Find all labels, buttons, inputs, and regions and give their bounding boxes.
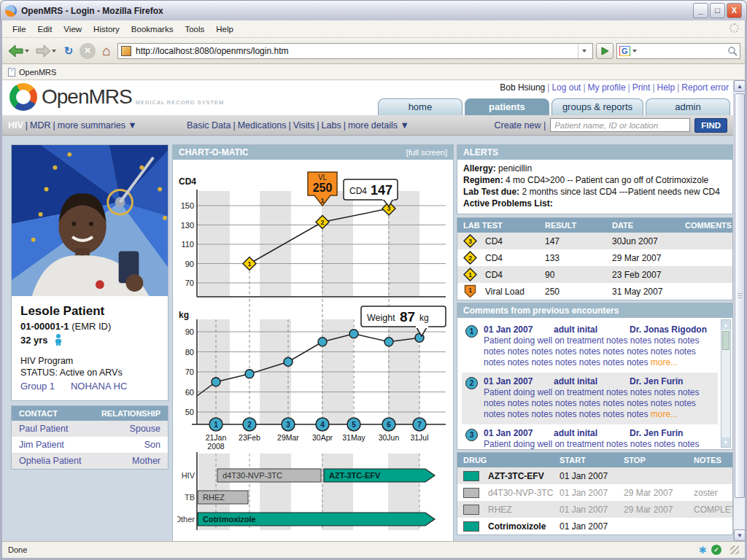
- menu-bookmarks[interactable]: Bookmarks: [125, 23, 179, 36]
- contact-name[interactable]: Paul Patient: [19, 424, 130, 434]
- subnav-mdr[interactable]: MDR: [30, 120, 50, 131]
- svg-text:60: 60: [185, 388, 194, 397]
- subnav-medications[interactable]: Medications: [238, 120, 287, 131]
- reload-button[interactable]: ↻: [61, 43, 77, 59]
- subnav-visits[interactable]: Visits: [293, 120, 315, 131]
- site-link[interactable]: NOHANA HC: [71, 381, 127, 392]
- svg-text:3: 3: [468, 238, 472, 245]
- subnav-labs[interactable]: Labs: [322, 120, 341, 131]
- forward-arrow-icon: [35, 44, 51, 58]
- drug-name: Cotrimoxizole: [488, 521, 560, 532]
- url-dropdown-button[interactable]: [578, 44, 589, 58]
- lab-rows: 3CD414730Jun 20072CD413329 Mar 20071CD49…: [457, 233, 732, 300]
- menu-history[interactable]: History: [88, 23, 125, 36]
- lab-header-result: RESULT: [545, 221, 612, 230]
- contacts-table: CONTACT RELATIONSHIP Paul PatientSpouseJ…: [11, 405, 169, 470]
- minimize-button[interactable]: _: [693, 3, 708, 18]
- go-arrow-icon: [600, 47, 609, 55]
- svg-text:3: 3: [286, 421, 290, 429]
- right-column: ALERTS Allergy: penicillinRegimen: 4 mo …: [457, 144, 733, 535]
- logo-subtext: MEDICAL RECORD SYSTEM: [136, 99, 225, 106]
- scrollbar-down-icon[interactable]: ▼: [734, 529, 746, 541]
- contact-relationship: Son: [144, 440, 160, 450]
- patient-program: HIV Program: [20, 356, 159, 366]
- page-viewport: OpenMRS MEDICAL RECORD SYSTEM Bob Hsiung…: [2, 80, 733, 541]
- encounters-scrollbar[interactable]: ▲ ▼: [721, 319, 731, 448]
- encounter-notes: Patient doing well on treatment notes no…: [484, 439, 715, 449]
- openmrs-logo-icon: [9, 83, 37, 111]
- encounters-title: Comments from previous encounters: [463, 306, 619, 316]
- link-print[interactable]: Print: [632, 82, 651, 93]
- find-button[interactable]: FIND: [694, 118, 727, 133]
- back-button[interactable]: [7, 43, 31, 59]
- go-button[interactable]: [596, 43, 614, 59]
- browser-scrollbar[interactable]: ▲ ▼: [733, 80, 745, 541]
- user-links: Bob Hsiung|Log out|My profile|Print|Help…: [500, 82, 729, 93]
- home-button[interactable]: ⌂: [98, 43, 115, 59]
- link-report-error[interactable]: Report error: [681, 82, 729, 93]
- web-search-input[interactable]: [639, 46, 725, 56]
- encounter-head: 01 Jan 2007adult initalDr. Jen Furin: [484, 428, 715, 438]
- link-help[interactable]: Help: [657, 82, 676, 93]
- tab-home[interactable]: home: [378, 98, 462, 115]
- bookmark-openmrs[interactable]: OpenMRS: [19, 68, 56, 77]
- lab-date: 30Jun 2007: [612, 236, 685, 246]
- close-button[interactable]: X: [727, 3, 742, 18]
- drug-start: 01 Jan 2007: [560, 471, 624, 481]
- male-person-icon: [54, 334, 63, 346]
- separator: |: [288, 120, 290, 131]
- patient-age-line: 32 yrs: [20, 334, 159, 346]
- more-link[interactable]: more...: [651, 409, 678, 419]
- tab-admin[interactable]: admin: [646, 98, 730, 115]
- scroll-down-icon[interactable]: ▼: [721, 438, 730, 447]
- menu-tools[interactable]: Tools: [179, 23, 210, 36]
- lab-results-table: LAB TEST RESULT DATE COMMENTS 3CD414730J…: [457, 217, 733, 300]
- create-new-link[interactable]: Create new |: [495, 120, 546, 131]
- svg-text:1: 1: [247, 260, 251, 268]
- forward-button[interactable]: [34, 43, 58, 59]
- logo-text: OpenMRS: [42, 85, 132, 109]
- fullscreen-link[interactable]: [full screen]: [406, 148, 447, 157]
- tab-groups-reports[interactable]: groups & reports: [551, 98, 643, 115]
- subnav-more[interactable]: more summaries ▼: [58, 120, 137, 131]
- search-engine-dropdown-icon[interactable]: [632, 50, 637, 52]
- drug-header: DRUG START STOP NOTES: [457, 453, 732, 467]
- alert-row: Regimen: 4 mo CD4>200 -- Patient can go …: [463, 174, 727, 186]
- subnav-basic-data[interactable]: Basic Data: [187, 120, 231, 131]
- patient-search-input[interactable]: [550, 118, 690, 132]
- drug-swatch-icon: [463, 521, 479, 532]
- stop-button[interactable]: ✕: [80, 43, 96, 59]
- group-link[interactable]: Group 1: [20, 381, 55, 392]
- menu-file[interactable]: File: [7, 23, 32, 36]
- url-input[interactable]: [134, 45, 575, 57]
- back-dropdown-icon[interactable]: [25, 50, 29, 52]
- scrollbar-up-icon[interactable]: ▲: [734, 80, 746, 92]
- google-icon[interactable]: G: [619, 46, 630, 56]
- subnav-more-details-[interactable]: more details ▼: [348, 120, 409, 131]
- encounter-doctor: Dr. Jen Furin: [630, 376, 683, 386]
- contact-name[interactable]: Ophelia Patient: [19, 456, 132, 466]
- svg-text:130: 130: [181, 221, 194, 230]
- forward-dropdown-icon[interactable]: [52, 50, 56, 52]
- link-log-out[interactable]: Log out: [551, 82, 581, 93]
- contact-name[interactable]: Jim Patient: [19, 440, 144, 450]
- scroll-thumb[interactable]: [722, 331, 729, 350]
- svg-text:VL: VL: [318, 174, 328, 182]
- maximize-button[interactable]: □: [710, 3, 725, 18]
- scroll-up-icon[interactable]: ▲: [721, 320, 730, 330]
- window-body: FileEditViewHistoryBookmarksToolsHelp ↻ …: [0, 20, 747, 560]
- magnifier-icon[interactable]: [727, 46, 738, 56]
- more-link[interactable]: more...: [651, 357, 678, 368]
- tab-patients[interactable]: patients: [465, 98, 549, 115]
- separator: |: [344, 120, 346, 131]
- link-my-profile[interactable]: My profile: [588, 82, 626, 93]
- encounters-body: 101 Jan 2007adult initalDr. Jonas Rigodo…: [457, 318, 732, 449]
- svg-text:23Feb: 23Feb: [239, 433, 260, 442]
- svg-text:2: 2: [320, 219, 324, 226]
- menu-help[interactable]: Help: [210, 23, 239, 36]
- menu-edit[interactable]: Edit: [32, 23, 58, 36]
- subnav-hiv[interactable]: HIV: [8, 120, 23, 131]
- alert-row: Allergy: penicillin: [463, 163, 727, 174]
- menu-view[interactable]: View: [58, 23, 88, 36]
- scrollbar-thumb[interactable]: [735, 93, 745, 498]
